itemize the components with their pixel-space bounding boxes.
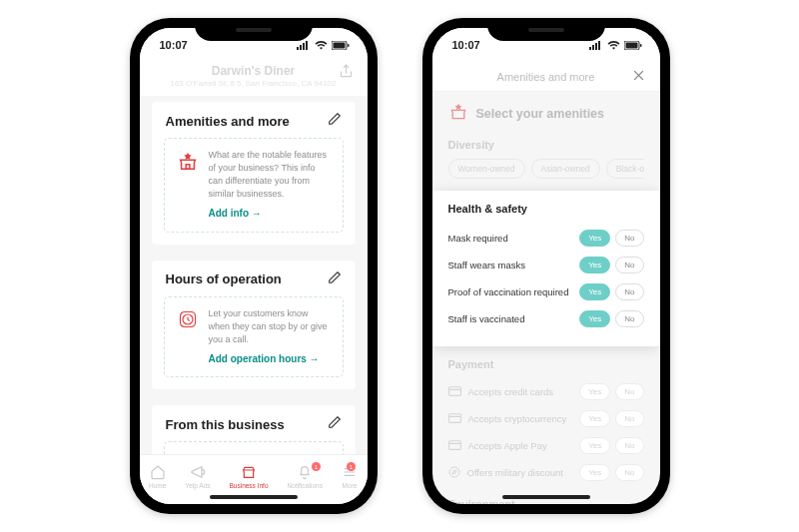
- health-safety-card: Health & safety Mask required Yes No Sta…: [432, 191, 660, 346]
- from-business-card: What do you do exceptionally well? Let c…: [164, 441, 344, 454]
- modal-header: Amenities and more: [432, 62, 660, 92]
- amenities-card: What are the notable features of your bu…: [164, 138, 344, 233]
- toggle-yes[interactable]: Yes: [579, 283, 610, 300]
- phone-frame-right: 10:07 Amenities and more Select your ame…: [422, 18, 670, 514]
- diversity-chips: Women-owned Asian-owned Black-own: [448, 159, 644, 179]
- row-military-discount: Offers military discount YesNo: [448, 459, 644, 486]
- row-label: Mask required: [448, 233, 508, 244]
- section-title-amenities: Amenities and more: [166, 114, 290, 129]
- toggle-yes[interactable]: Yes: [579, 230, 610, 247]
- chip-women-owned[interactable]: Women-owned: [448, 159, 525, 179]
- storefront-icon: [448, 102, 468, 125]
- compass-icon: [448, 466, 460, 480]
- modal-title: Amenities and more: [497, 71, 595, 83]
- tab-label: Home: [149, 482, 166, 489]
- page-title: Select your amenities: [476, 107, 605, 121]
- group-diversity: Diversity: [448, 139, 644, 151]
- scroll-area[interactable]: Select your amenities Diversity Women-ow…: [432, 92, 660, 504]
- toggle-yes[interactable]: Yes: [579, 383, 610, 400]
- section-title-from: From this business: [166, 417, 285, 432]
- toggle-yes[interactable]: Yes: [579, 310, 610, 327]
- group-payment: Payment: [448, 358, 644, 370]
- svg-rect-26: [448, 440, 460, 449]
- scroll-area[interactable]: Amenities and more What are the notable …: [140, 96, 368, 454]
- wifi-icon: [607, 41, 620, 50]
- chip-black-owned[interactable]: Black-own: [606, 159, 644, 179]
- section-hours: Hours of operation Let your customers kn…: [152, 261, 356, 390]
- toggle-yes[interactable]: Yes: [579, 464, 610, 481]
- share-icon[interactable]: [339, 64, 354, 83]
- edit-icon[interactable]: [328, 112, 342, 130]
- add-info-link[interactable]: Add info →: [209, 207, 262, 222]
- toggle-no[interactable]: No: [615, 464, 643, 481]
- row-staff-vaccinated: Staff is vaccinated Yes No: [448, 305, 644, 332]
- tab-label: More: [343, 482, 358, 489]
- card-icon: [448, 413, 461, 425]
- svg-rect-5: [333, 42, 345, 48]
- svg-rect-7: [186, 165, 190, 170]
- edit-icon[interactable]: [328, 270, 342, 288]
- status-icons: [297, 41, 350, 50]
- screen-left: 10:07 Darwin's Diner 163 O'Farrell St, f…: [140, 28, 368, 504]
- toggle-yes[interactable]: Yes: [579, 437, 610, 454]
- page-title-row: Select your amenities: [448, 102, 644, 125]
- notch: [487, 18, 605, 41]
- home-indicator: [210, 495, 298, 499]
- wifi-icon: [315, 41, 328, 50]
- toggle-no[interactable]: No: [615, 257, 643, 273]
- battery-icon: [332, 41, 350, 50]
- tab-home[interactable]: Home: [149, 464, 166, 489]
- home-indicator: [502, 495, 590, 499]
- row-label: Accepts credit cards: [468, 386, 554, 397]
- svg-rect-6: [348, 44, 350, 47]
- svg-rect-16: [598, 41, 600, 50]
- battery-icon: [624, 41, 642, 50]
- more-badge: 1: [347, 462, 356, 471]
- toggle-yes[interactable]: Yes: [579, 257, 610, 273]
- close-icon[interactable]: [631, 68, 646, 87]
- svg-rect-13: [589, 47, 591, 50]
- section-from-business: From this business What do you do except…: [152, 405, 356, 454]
- tab-label: Business Info: [229, 482, 268, 489]
- svg-rect-22: [448, 386, 460, 395]
- clock: 10:07: [160, 39, 188, 51]
- tab-ads[interactable]: Yelp Ads: [185, 464, 210, 489]
- toggle-no[interactable]: No: [615, 310, 643, 327]
- svg-rect-1: [300, 45, 302, 50]
- business-name: Darwin's Diner: [154, 64, 354, 78]
- toggle-no[interactable]: No: [615, 437, 643, 454]
- toggle-no[interactable]: No: [615, 283, 643, 300]
- svg-rect-2: [303, 43, 305, 50]
- storefront-icon: [177, 149, 199, 222]
- row-label: Proof of vaccination required: [448, 286, 569, 297]
- chip-asian-owned[interactable]: Asian-owned: [531, 159, 600, 179]
- screen-right: 10:07 Amenities and more Select your ame…: [432, 28, 660, 504]
- section-amenities: Amenities and more What are the notable …: [152, 102, 356, 245]
- group-health-safety: Health & safety: [448, 203, 644, 215]
- toggle-yes[interactable]: Yes: [579, 410, 610, 427]
- row-label: Staff is vaccinated: [448, 313, 525, 324]
- row-proof-vaccination: Proof of vaccination required Yes No: [448, 278, 644, 305]
- amenities-desc: What are the notable features of your bu…: [209, 150, 328, 199]
- toggle-no[interactable]: No: [615, 230, 643, 247]
- notification-badge: 1: [312, 462, 321, 471]
- edit-icon[interactable]: [328, 415, 342, 433]
- svg-rect-18: [625, 42, 637, 48]
- phone-frame-left: 10:07 Darwin's Diner 163 O'Farrell St, f…: [130, 18, 378, 514]
- svg-rect-0: [297, 47, 299, 50]
- tab-more[interactable]: More 1: [342, 464, 358, 489]
- hours-card: Let your customers know when they can st…: [164, 296, 344, 378]
- signal-icon: [589, 41, 603, 50]
- tab-business-info[interactable]: Business Info: [229, 464, 268, 489]
- card-icon: [448, 440, 461, 452]
- svg-rect-24: [448, 413, 460, 422]
- row-credit-cards: Accepts credit cards YesNo: [448, 378, 644, 405]
- status-icons: [589, 41, 642, 50]
- clock-icon: [177, 307, 199, 367]
- toggle-no[interactable]: No: [615, 410, 643, 427]
- row-crypto: Accepts cryptocurrency YesNo: [448, 405, 644, 432]
- add-hours-link[interactable]: Add operation hours →: [209, 352, 320, 367]
- notch: [195, 18, 313, 41]
- tab-notifications[interactable]: Notifications 1: [288, 464, 323, 489]
- toggle-no[interactable]: No: [615, 383, 643, 400]
